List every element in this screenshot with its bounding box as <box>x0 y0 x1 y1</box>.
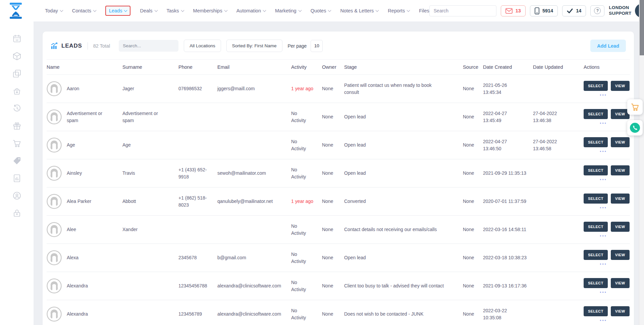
scrollbar-thumb[interactable] <box>640 0 644 55</box>
tasks-count: 14 <box>576 8 581 13</box>
lead-name: Alexandra <box>67 282 88 289</box>
lead-phone: 076986532 <box>178 85 216 92</box>
avatar <box>47 166 62 181</box>
nav-item-quotes[interactable]: Quotes <box>311 8 331 13</box>
help-button[interactable]: ? <box>590 5 604 16</box>
lead-activity: 1 year ago <box>291 85 321 92</box>
lead-stage: Client too busy to talk - advised they w… <box>344 282 462 289</box>
table-body: Aaron Jager 076986532 jggers@maill.com 1… <box>47 75 630 325</box>
app-logo-icon[interactable] <box>9 2 23 19</box>
lead-date-created: 2022-04-27 13:46:50 <box>483 138 532 152</box>
more-actions-button[interactable]: ••• <box>584 94 623 97</box>
basket-icon[interactable] <box>12 87 21 96</box>
view-button[interactable]: VIEW <box>611 194 630 204</box>
lead-source: None <box>463 113 482 120</box>
main-content: LEADS 82 Total All Locations Sorted By: … <box>34 21 644 325</box>
nav-item-reports[interactable]: Reports <box>388 8 410 13</box>
package-icon[interactable] <box>12 52 21 61</box>
lead-email: jggers@maill.com <box>217 85 290 92</box>
select-button[interactable]: SELECT <box>584 278 608 288</box>
nav-item-tasks[interactable]: Tasks <box>167 8 184 13</box>
messages-badge[interactable]: 13 <box>501 5 526 16</box>
select-button[interactable]: SELECT <box>584 250 608 260</box>
gift-icon[interactable] <box>12 121 21 130</box>
nav-item-label: Files <box>419 8 429 13</box>
more-actions-button[interactable]: ••• <box>584 319 623 322</box>
view-button[interactable]: VIEW <box>611 222 630 232</box>
more-actions-button[interactable]: ••• <box>584 207 623 209</box>
lead-email: sewoh@mailinator.com <box>217 170 290 176</box>
nav-item-memberships[interactable]: Memberships <box>193 8 227 13</box>
view-button[interactable]: VIEW <box>611 165 630 175</box>
view-button[interactable]: VIEW <box>611 278 630 288</box>
select-button[interactable]: SELECT <box>584 81 608 91</box>
tasks-badge[interactable]: 14 <box>562 5 586 16</box>
lead-activity: No Activity <box>291 223 321 236</box>
more-actions-button[interactable]: ••• <box>584 291 623 294</box>
lead-stage: Contact details not receiving our emails… <box>344 226 462 233</box>
call-fab-button[interactable] <box>627 120 643 136</box>
more-actions-button[interactable]: ••• <box>584 122 623 125</box>
customer-sync-icon[interactable] <box>12 191 21 200</box>
lead-date-created: 2022-03-16 14:58:11 <box>483 226 532 233</box>
nav-item-label: Today <box>45 8 58 13</box>
view-button[interactable]: VIEW <box>611 306 630 316</box>
chevron-down-icon <box>407 8 410 12</box>
lead-email: b@gmail.com <box>217 254 290 261</box>
nav-item-label: Tasks <box>167 8 179 13</box>
lead-owner: None <box>322 113 343 120</box>
lead-date-created: 2020-07-01 11:37:59 <box>483 198 532 205</box>
more-actions-button[interactable]: ••• <box>584 150 623 153</box>
user-label-line2: SUPPORT <box>609 11 631 16</box>
leads-search-input[interactable] <box>123 43 182 48</box>
copy-icon[interactable] <box>12 69 21 78</box>
report-icon[interactable] <box>12 174 21 183</box>
lead-name: Alexa <box>67 254 78 261</box>
calls-badge[interactable]: 5914 <box>530 5 558 16</box>
col-name: Name <box>47 64 121 70</box>
lead-source: None <box>463 170 482 176</box>
view-button[interactable]: VIEW <box>611 250 630 260</box>
nav-item-today[interactable]: Today <box>45 8 63 13</box>
more-actions-button[interactable]: ••• <box>584 235 623 237</box>
nav-item-notes-letters[interactable]: Notes & Letters <box>340 8 378 13</box>
top-bar: TodayContactsLeadsDealsTasksMembershipsA… <box>0 0 644 21</box>
cart-icon <box>631 103 639 111</box>
table-row: Alea Parker Abbott +1 (862) 518- 8023 qa… <box>47 187 630 216</box>
select-button[interactable]: SELECT <box>584 194 608 204</box>
global-search-input[interactable] <box>430 8 496 13</box>
nav-item-automation[interactable]: Automation <box>236 8 266 13</box>
more-actions-button[interactable]: ••• <box>584 263 623 266</box>
nav-item-deals[interactable]: Deals <box>140 8 157 13</box>
cart-fab-button[interactable] <box>627 99 643 115</box>
select-button[interactable]: SELECT <box>584 306 608 316</box>
select-button[interactable]: SELECT <box>584 137 608 147</box>
lock-icon[interactable] <box>12 209 21 218</box>
price-tag-icon[interactable] <box>12 156 21 165</box>
lead-surname: Age <box>122 142 177 148</box>
view-button[interactable]: VIEW <box>611 81 630 91</box>
select-button[interactable]: SELECT <box>584 109 608 119</box>
leads-toolbar: LEADS 82 Total All Locations Sorted By: … <box>43 32 634 59</box>
select-button[interactable]: SELECT <box>584 222 608 232</box>
view-button[interactable]: VIEW <box>611 137 630 147</box>
table-row: Advertisement or spam Advertisement or s… <box>47 103 630 131</box>
lead-source: None <box>463 282 482 289</box>
sort-filter[interactable]: Sorted By: First Name <box>226 40 282 52</box>
select-button[interactable]: SELECT <box>584 165 608 175</box>
messages-count: 13 <box>516 8 521 13</box>
nav-item-leads[interactable]: Leads <box>105 6 131 16</box>
calendar-icon[interactable]: 12 <box>12 34 21 43</box>
nav-item-contacts[interactable]: Contacts <box>72 8 96 13</box>
lead-stage: Patient will contact us when ready to bo… <box>344 82 462 96</box>
view-button[interactable]: VIEW <box>611 109 630 119</box>
nav-item-marketing[interactable]: Marketing <box>275 8 301 13</box>
nav-item-files[interactable]: Files <box>419 8 429 13</box>
history-icon[interactable] <box>12 104 21 113</box>
cart-icon[interactable] <box>12 139 21 148</box>
lead-name: Advertisement or spam <box>67 110 102 124</box>
location-filter[interactable]: All Locations <box>184 40 221 52</box>
more-actions-button[interactable]: ••• <box>584 178 623 181</box>
add-lead-button[interactable]: Add Lead <box>590 40 626 52</box>
per-page-input[interactable] <box>311 40 323 52</box>
